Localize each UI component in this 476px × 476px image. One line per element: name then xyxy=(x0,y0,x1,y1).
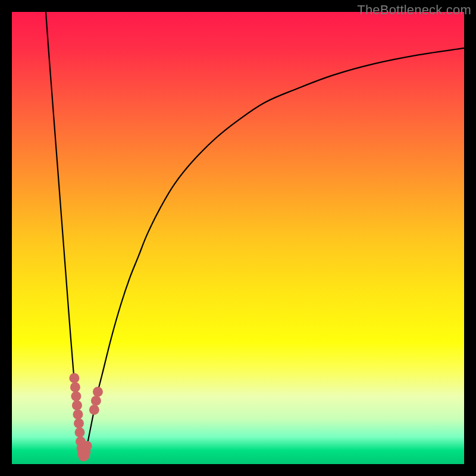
curve-marker xyxy=(74,418,84,428)
curve-marker xyxy=(75,427,85,437)
curve-markers xyxy=(69,373,103,461)
curve-right-branch xyxy=(84,48,464,460)
curve-marker xyxy=(93,387,103,397)
curve-marker xyxy=(82,441,92,451)
watermark-text: TheBottleneck.com xyxy=(357,2,471,18)
curve-marker xyxy=(70,382,80,392)
curve-marker xyxy=(71,392,81,402)
curve-marker xyxy=(72,400,82,411)
curve-marker xyxy=(91,396,101,406)
curve-marker xyxy=(89,405,99,415)
plot-area xyxy=(12,12,464,464)
chart-svg xyxy=(12,12,464,464)
curve-marker xyxy=(69,373,79,383)
curve-marker xyxy=(73,409,83,419)
chart-frame: TheBottleneck.com xyxy=(0,0,476,476)
